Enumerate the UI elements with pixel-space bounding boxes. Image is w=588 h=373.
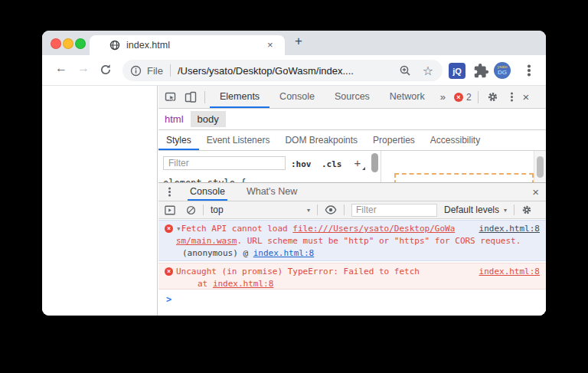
settings-gear-icon[interactable] xyxy=(487,91,498,103)
omnibox[interactable]: File /Users/ysato/Desktop/GoWasm/index..… xyxy=(122,60,443,81)
bookmark-star-icon[interactable]: ☆ xyxy=(423,64,433,78)
styles-scrollbar-thumb[interactable] xyxy=(371,153,378,172)
styles-pane: :hov .cls + element.style { xyxy=(158,151,546,182)
styles-filter-input[interactable] xyxy=(163,156,286,170)
computed-scrollbar-thumb[interactable] xyxy=(537,156,544,178)
computed-pane xyxy=(381,151,534,182)
toolbar-separator xyxy=(203,204,204,215)
drawer-menu-kebab-icon[interactable] xyxy=(168,191,171,193)
source-link[interactable]: index.html:8 xyxy=(479,266,540,278)
devtools-close-icon[interactable]: × xyxy=(523,90,530,103)
forward-button[interactable]: → xyxy=(77,61,90,75)
info-icon[interactable] xyxy=(130,65,142,77)
toolbar-separator xyxy=(344,204,345,215)
console-prompt-chevron[interactable]: > xyxy=(166,293,172,306)
tab-event-listeners[interactable]: Event Listeners xyxy=(199,130,278,150)
console-drawer: Console What's New × top ▾ xyxy=(158,182,546,316)
extensions-puzzle-icon[interactable] xyxy=(473,63,489,79)
tab-strip: index.html × + xyxy=(42,31,546,55)
console-error-fetch[interactable]: × ▾Fetch API cannot load file:///Users/y… xyxy=(158,220,546,261)
error-line-2: at index.html:8 xyxy=(198,278,273,290)
page-content-area[interactable] xyxy=(42,86,158,316)
devtools-tabbar: Elements Console Sources Network » × 2 × xyxy=(158,86,546,109)
browser-window: index.html × + ← → File /Users/ysato/Des… xyxy=(42,31,546,316)
console-toolbar: top ▾ Default levels ▾ xyxy=(158,201,546,219)
traffic-zoom-button[interactable] xyxy=(75,38,86,49)
profile-avatar[interactable]: ysato DG xyxy=(494,62,511,79)
file-url-link[interactable]: file:///Users/ysato/Desktop/GoWa xyxy=(292,224,455,234)
hover-state-button[interactable]: :hov xyxy=(291,159,312,169)
tab-styles[interactable]: Styles xyxy=(158,130,199,150)
error-circle-icon: × xyxy=(165,267,173,276)
devtools-panel: Elements Console Sources Network » × 2 ×… xyxy=(158,86,546,316)
toolbar-separator xyxy=(317,204,318,215)
error-line-2: sm/main.wasm. URL scheme must be "http" … xyxy=(176,235,521,247)
disclosure-triangle-icon[interactable]: ▾ xyxy=(176,224,181,234)
toolbar-separator xyxy=(514,204,514,215)
new-tab-button[interactable]: + xyxy=(295,34,302,49)
globe-favicon-icon xyxy=(109,40,120,51)
back-button[interactable]: ← xyxy=(55,61,67,75)
source-link[interactable]: index.html:8 xyxy=(213,279,273,289)
reload-button[interactable] xyxy=(100,64,112,76)
clear-console-icon[interactable] xyxy=(186,205,196,215)
live-expression-eye-icon[interactable] xyxy=(325,205,337,214)
traffic-close-button[interactable] xyxy=(51,38,61,49)
source-link[interactable]: index.html:8 xyxy=(253,248,314,258)
drawer-header: Console What's New × xyxy=(158,182,546,201)
chevron-down-icon: ▾ xyxy=(504,207,507,214)
tab-properties[interactable]: Properties xyxy=(365,130,423,150)
chevron-down-icon: ▾ xyxy=(307,207,310,214)
extension-jq-icon[interactable]: jQ xyxy=(449,63,466,79)
box-model-margin-outline[interactable] xyxy=(394,173,534,182)
devtools-menu-kebab-icon[interactable] xyxy=(511,96,513,98)
zoom-in-page-icon[interactable] xyxy=(399,64,411,77)
tab-accessibility[interactable]: Accessibility xyxy=(423,130,488,150)
source-link[interactable]: index.html:8 xyxy=(479,223,540,235)
breadcrumb-body[interactable]: body xyxy=(191,111,226,127)
error-line-1: Uncaught (in promise) TypeError: Failed … xyxy=(176,266,420,278)
style-rule-clipped: element.style { xyxy=(163,175,316,182)
browser-menu-kebab-icon[interactable] xyxy=(528,69,531,72)
drawer-close-icon[interactable]: × xyxy=(532,185,539,198)
browser-tab[interactable]: index.html × xyxy=(90,35,285,55)
computed-scrollbar[interactable] xyxy=(534,151,546,182)
dom-breadcrumb: html body xyxy=(158,109,546,130)
tab-network[interactable]: Network xyxy=(380,86,435,108)
drawer-tab-whats-new[interactable]: What's New xyxy=(244,183,299,201)
stack-trace-line: (anonymous) @ index.html:8 xyxy=(182,247,314,260)
console-sidebar-toggle-icon[interactable] xyxy=(165,205,175,215)
console-messages: × ▾Fetch API cannot load file:///Users/y… xyxy=(158,219,546,316)
error-circle-icon: × xyxy=(165,224,173,233)
tab-title: index.html xyxy=(126,40,170,51)
error-circle-icon: × xyxy=(454,93,463,102)
browser-toolbar: ← → File /Users/ysato/Desktop/GoWasm/ind… xyxy=(42,55,546,86)
error-line-1: ▾Fetch API cannot load file:///Users/ysa… xyxy=(176,223,455,235)
class-toggle-button[interactable]: .cls xyxy=(322,159,342,169)
log-levels-dropdown[interactable]: Default levels ▾ xyxy=(444,204,507,215)
execution-context-dropdown[interactable]: top ▾ xyxy=(211,204,310,215)
traffic-minimize-button[interactable] xyxy=(63,38,74,49)
toolbar-separator xyxy=(478,91,479,103)
elements-sidebar-tabs: Styles Event Listeners DOM Breakpoints P… xyxy=(158,130,546,151)
error-count-badge[interactable]: × 2 xyxy=(454,92,472,103)
toolbar-separator xyxy=(204,91,205,103)
device-toolbar-icon[interactable] xyxy=(185,91,197,103)
new-style-rule-button[interactable]: + xyxy=(351,157,364,169)
drawer-tab-console[interactable]: Console xyxy=(188,183,227,201)
breadcrumb-html[interactable]: html xyxy=(165,113,184,125)
more-tabs-icon[interactable]: » xyxy=(435,91,451,103)
tab-sources[interactable]: Sources xyxy=(325,86,380,108)
console-settings-gear-icon[interactable] xyxy=(521,204,532,215)
error-count: 2 xyxy=(466,92,472,103)
inspect-element-icon[interactable] xyxy=(165,91,177,103)
url-scheme-label: File xyxy=(147,65,163,77)
tab-dom-breakpoints[interactable]: DOM Breakpoints xyxy=(277,130,365,150)
tab-close-icon[interactable]: × xyxy=(267,39,273,51)
omnibox-divider xyxy=(170,64,171,77)
console-error-typeerror[interactable]: × Uncaught (in promise) TypeError: Faile… xyxy=(158,263,546,290)
tab-console[interactable]: Console xyxy=(270,86,325,108)
tab-elements[interactable]: Elements xyxy=(210,86,270,108)
console-filter-input[interactable] xyxy=(351,204,437,217)
url-text[interactable]: /Users/ysato/Desktop/GoWasm/index.... xyxy=(178,65,399,77)
